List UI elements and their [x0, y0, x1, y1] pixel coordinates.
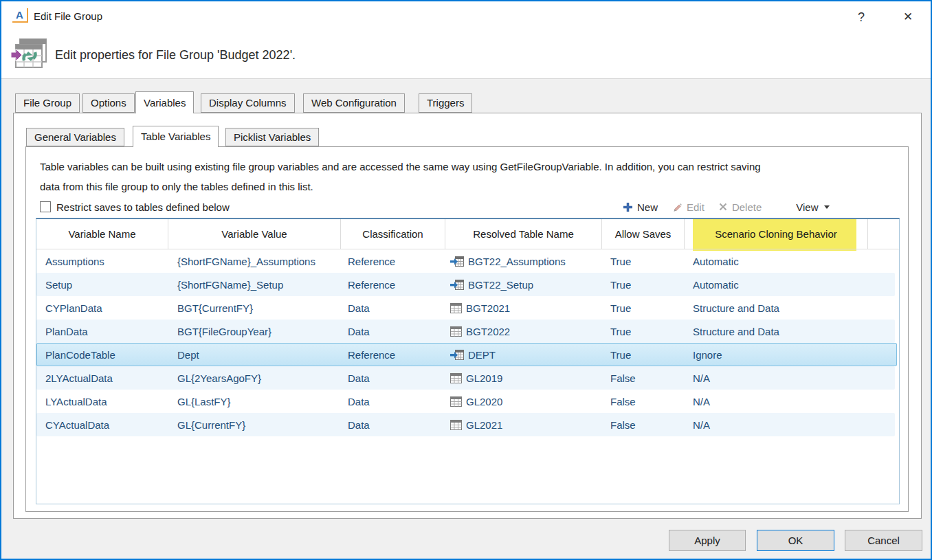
reference-table-icon	[450, 280, 464, 290]
dialog-subtitle: Edit properties for File Group 'Budget 2…	[55, 48, 296, 63]
data-table-icon	[450, 373, 462, 383]
table-variables-description: Table variables can be built using exist…	[40, 157, 899, 197]
table-row[interactable]: LYActualData GL{LastFY} Data	[36, 390, 899, 413]
data-table-icon	[450, 303, 462, 313]
col-header-scenario-cloning-behavior[interactable]: Scenario Cloning Behavior	[685, 219, 868, 249]
close-icon[interactable]: ✕	[898, 7, 918, 27]
tab-picklist-variables[interactable]: Picklist Variables	[225, 128, 319, 146]
new-button[interactable]: New	[623, 201, 658, 213]
col-header-allow-saves[interactable]: Allow Saves	[602, 219, 685, 249]
file-group-icon	[10, 37, 49, 76]
window-title: Edit File Group	[34, 10, 102, 22]
table-row[interactable]: Assumptions {ShortFGName}_Assumptions Re…	[36, 249, 899, 273]
col-header-classification[interactable]: Classification	[341, 219, 445, 249]
edit-button[interactable]: Edit	[672, 201, 704, 213]
plus-icon	[623, 203, 632, 212]
help-icon[interactable]: ?	[852, 8, 870, 27]
delete-x-icon	[719, 203, 727, 211]
col-header-resolved-table-name[interactable]: Resolved Table Name	[445, 219, 602, 249]
data-table-icon	[450, 326, 462, 337]
app-icon: A	[12, 8, 28, 23]
ok-button[interactable]: OK	[757, 530, 834, 551]
col-header-filler	[868, 219, 899, 249]
titlebar[interactable]: A Edit File Group ? ✕	[1, 1, 931, 33]
view-dropdown[interactable]: View	[796, 201, 830, 213]
apply-button[interactable]: Apply	[669, 530, 746, 551]
data-table-icon	[450, 420, 462, 430]
pencil-icon	[672, 202, 682, 212]
table-row[interactable]: PlanCodeTable Dept Reference	[36, 343, 899, 366]
table-rows: Assumptions {ShortFGName}_Assumptions Re…	[36, 249, 899, 436]
table-row[interactable]: 2LYActualData GL{2YearsAgoFY} Data	[36, 366, 899, 390]
col-header-variable-value[interactable]: Variable Value	[168, 219, 341, 249]
tab-options[interactable]: Options	[82, 93, 135, 113]
list-toolbar: New Edit Delete View	[623, 199, 861, 214]
table-row[interactable]: CYActualData GL{CurrentFY} Data	[36, 413, 899, 436]
cancel-button[interactable]: Cancel	[845, 530, 922, 551]
table-row[interactable]: CYPlanData BGT{CurrentFY} Data	[36, 296, 899, 320]
data-table-icon	[450, 396, 462, 407]
reference-table-icon	[450, 256, 464, 267]
chevron-down-icon	[824, 205, 830, 209]
table-header: Variable Name Variable Value Classificat…	[36, 219, 899, 249]
tab-table-variables[interactable]: Table Variables	[133, 126, 219, 147]
tab-display-columns[interactable]: Display Columns	[201, 93, 295, 113]
reference-table-icon	[450, 350, 464, 360]
table-row[interactable]: Setup {ShortFGName}_Setup Reference	[36, 273, 899, 296]
restrict-saves-checkbox[interactable]	[40, 201, 51, 212]
table-variables-list: Variable Name Variable Value Classificat…	[36, 218, 900, 504]
table-row[interactable]: PlanData BGT{FileGroupYear} Data	[36, 320, 899, 343]
tab-variables[interactable]: Variables	[135, 91, 194, 113]
edit-file-group-dialog: A Edit File Group ? ✕ Edit properties fo…	[0, 0, 932, 560]
tab-web-configuration[interactable]: Web Configuration	[303, 93, 405, 113]
restrict-saves-label: Restrict saves to tables defined below	[56, 201, 230, 213]
col-header-variable-name[interactable]: Variable Name	[36, 219, 168, 249]
delete-button[interactable]: Delete	[719, 201, 762, 213]
tab-triggers[interactable]: Triggers	[419, 93, 472, 113]
tab-file-group[interactable]: File Group	[15, 93, 80, 113]
tab-general-variables[interactable]: General Variables	[26, 128, 124, 146]
